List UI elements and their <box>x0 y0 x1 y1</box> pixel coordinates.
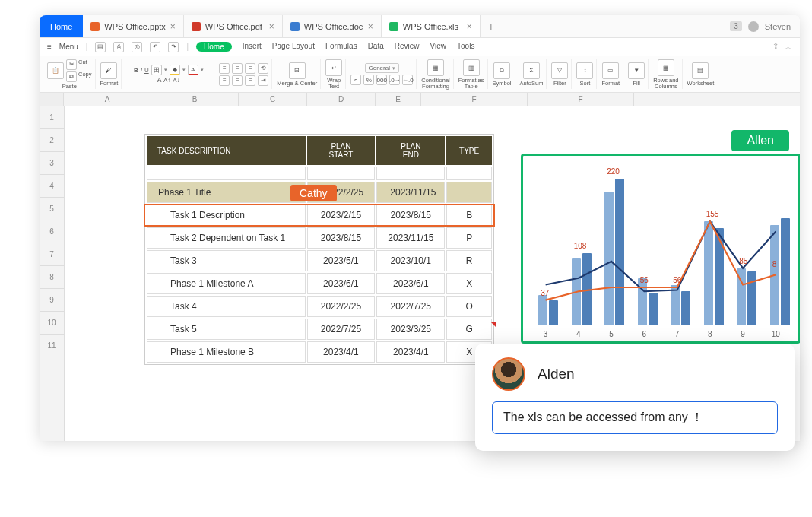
symbol-label[interactable]: Symbol <box>493 81 512 87</box>
ribbon-tab[interactable]: Tools <box>457 42 474 52</box>
align-right-icon[interactable]: ≡ <box>245 75 255 86</box>
table-cell[interactable] <box>446 182 492 203</box>
table-cell[interactable]: Phase 1 Milestone A <box>147 273 306 294</box>
cut-button[interactable]: Cut <box>78 59 87 70</box>
print-icon[interactable]: ⎙ <box>113 42 124 52</box>
table-cell[interactable]: 2023/6/1 <box>307 273 376 294</box>
save-icon[interactable]: ▤ <box>95 42 106 52</box>
table-cell[interactable]: Task 3 <box>147 250 306 271</box>
column-header[interactable]: C <box>239 93 307 106</box>
undo-icon[interactable]: ↶ <box>150 42 160 52</box>
format-cells-icon[interactable]: ▭ <box>602 62 619 79</box>
ribbon-tab[interactable]: Review <box>395 42 420 52</box>
redo-icon[interactable]: ↷ <box>168 42 179 52</box>
file-tab[interactable]: WPS Office.pdf× <box>184 15 283 37</box>
column-header[interactable]: D <box>307 93 376 106</box>
table-cell[interactable]: R <box>446 250 492 271</box>
wrap-label[interactable]: Wrap Text <box>327 78 341 89</box>
paste-icon[interactable]: 📋 <box>47 62 64 79</box>
format-table-icon[interactable]: ▥ <box>463 59 480 76</box>
table-cell[interactable]: 2023/8/15 <box>307 227 376 249</box>
table-cell[interactable]: O <box>446 296 492 317</box>
table-row[interactable]: Task 52022/7/252023/3/25G <box>147 319 492 340</box>
font-color-button[interactable]: A <box>188 65 198 75</box>
cut-icon[interactable]: ✂ <box>66 59 77 70</box>
strike-button[interactable]: A̶ <box>157 77 161 84</box>
row-header[interactable]: 3 <box>40 152 64 175</box>
row-header[interactable]: 5 <box>40 198 64 220</box>
font-size-up-button[interactable]: A↑ <box>163 77 170 84</box>
comma-icon[interactable]: 000 <box>376 75 387 85</box>
table-cell[interactable]: 2023/11/15 <box>376 182 445 203</box>
row-header[interactable]: 9 <box>40 289 64 312</box>
wrap-icon[interactable]: ↵ <box>325 59 342 76</box>
column-headers[interactable]: ABCDEFF <box>64 93 800 106</box>
table-cell[interactable]: G <box>446 319 492 340</box>
rowscols-label[interactable]: Rows and Columns <box>653 78 678 89</box>
indent-icon[interactable]: ⇥ <box>258 75 268 86</box>
merge-icon[interactable]: ⊞ <box>289 62 306 79</box>
table-cell[interactable]: B <box>446 205 492 226</box>
table-header[interactable]: TASK DESCRIPTION <box>147 136 306 165</box>
new-tab-button[interactable]: + <box>481 21 502 33</box>
row-header[interactable]: 6 <box>40 220 64 243</box>
notification-badge[interactable]: 3 <box>730 21 742 31</box>
task-table[interactable]: TASK DESCRIPTIONPLAN STARTPLAN ENDTYPE P… <box>144 134 494 365</box>
row-header[interactable]: 7 <box>40 243 64 266</box>
select-all-corner[interactable] <box>40 93 64 106</box>
table-row[interactable]: Task 42022/2/252022/7/25O <box>147 296 492 317</box>
table-row[interactable]: Task 1 Description2023/2/152023/8/15B <box>147 205 492 226</box>
table-header[interactable]: PLAN START <box>307 136 376 165</box>
share-icon[interactable]: ⇪ <box>772 42 779 52</box>
symbol-icon[interactable]: Ω <box>493 62 510 79</box>
table-cell[interactable]: Task 1 Description <box>147 205 306 226</box>
row-header[interactable]: 4 <box>40 175 64 198</box>
column-header[interactable]: E <box>376 93 421 106</box>
format-table-label[interactable]: Format as Table <box>458 78 484 89</box>
underline-button[interactable]: U <box>144 67 149 74</box>
file-tab[interactable]: WPS Office.doc× <box>283 15 382 37</box>
ribbon-tab[interactable]: Insert <box>243 42 262 52</box>
row-header[interactable]: 11 <box>40 335 64 357</box>
format-painter-icon[interactable]: 🖌 <box>100 62 117 79</box>
row-header[interactable]: 8 <box>40 266 64 289</box>
table-cell[interactable]: Task 5 <box>147 319 306 340</box>
align-top-icon[interactable]: ≡ <box>219 63 230 74</box>
row-header[interactable]: 10 <box>40 312 64 335</box>
sort-label[interactable]: Sort <box>580 81 591 87</box>
close-tab-icon[interactable]: × <box>467 21 472 32</box>
row-header[interactable]: 2 <box>40 129 64 152</box>
column-header[interactable]: A <box>64 93 151 106</box>
table-row[interactable]: Phase 1 Milestone A2023/6/12023/6/1X <box>147 273 492 294</box>
table-cell[interactable]: 2023/5/1 <box>307 250 376 271</box>
align-left-icon[interactable]: ≡ <box>219 75 230 86</box>
italic-button[interactable]: I <box>141 67 142 74</box>
table-cell[interactable]: Task 4 <box>147 296 306 317</box>
chevron-up-icon[interactable]: ︿ <box>785 42 792 52</box>
bold-button[interactable]: B <box>134 67 138 74</box>
file-tab[interactable]: WPS Office.pptx× <box>83 15 184 37</box>
file-tab[interactable]: WPS Office.xls× <box>382 15 481 37</box>
worksheet-icon[interactable]: ▤ <box>692 62 709 79</box>
ribbon-tab[interactable]: Data <box>368 42 384 52</box>
table-cell[interactable]: Phase 1 Milestone B <box>147 341 306 363</box>
comment-indicator-icon[interactable] <box>490 322 496 328</box>
currency-icon[interactable]: ¤ <box>350 75 361 85</box>
table-header[interactable]: TYPE <box>446 136 492 165</box>
comment-text-input[interactable]: The xls can be accessed from any ！ <box>492 401 778 434</box>
hamburger-icon[interactable]: ≡ <box>47 43 52 51</box>
percent-icon[interactable]: % <box>363 75 374 85</box>
home-button[interactable]: Home <box>40 15 83 37</box>
column-header[interactable]: F <box>421 93 528 106</box>
fill-label[interactable]: Fill <box>633 81 640 87</box>
rowscols-icon[interactable]: ▦ <box>658 59 674 76</box>
filter-label[interactable]: Filter <box>553 81 566 87</box>
autosum-label[interactable]: AutoSum <box>520 81 544 87</box>
row-headers[interactable]: 1234567891011 <box>40 106 65 441</box>
cond-format-label[interactable]: Conditional Formatting <box>421 78 450 89</box>
merge-label[interactable]: Merge & Center <box>277 81 317 87</box>
close-tab-icon[interactable]: × <box>368 21 373 32</box>
worksheet-label[interactable]: Worksheet <box>687 81 715 87</box>
autosum-icon[interactable]: Σ <box>523 62 540 79</box>
table-cell[interactable]: Phase 1 Title <box>147 182 306 203</box>
